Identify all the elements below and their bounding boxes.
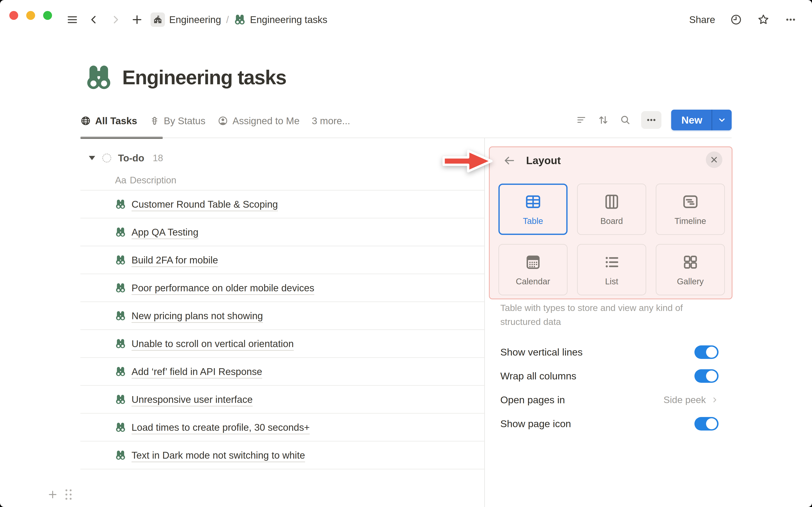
layout-option-board[interactable]: Board bbox=[577, 183, 646, 235]
views-bar: All Tasks By Status Assigned to Me 3 mor… bbox=[80, 106, 732, 138]
row-title[interactable]: App QA Testing bbox=[132, 226, 198, 238]
setting-open-pages-in[interactable]: Open pages in Side peek bbox=[500, 388, 718, 412]
chevron-right-icon bbox=[110, 14, 121, 25]
show-vertical-lines-toggle[interactable] bbox=[695, 345, 718, 359]
new-button[interactable]: New bbox=[671, 110, 712, 130]
table-row[interactable]: Unable to scroll on vertical orientation bbox=[80, 330, 484, 358]
ellipsis-icon bbox=[646, 114, 657, 126]
binoculars-icon bbox=[115, 227, 126, 238]
binoculars-icon bbox=[115, 199, 126, 210]
timeline-view-icon bbox=[681, 193, 700, 211]
drag-handle-icon[interactable] bbox=[64, 489, 73, 501]
new-dropdown-button[interactable] bbox=[712, 110, 732, 130]
back-button[interactable] bbox=[88, 13, 100, 26]
binoculars-icon bbox=[115, 450, 126, 461]
layout-option-list[interactable]: List bbox=[577, 244, 646, 295]
row-title[interactable]: Add ‘ref’ field in API Response bbox=[132, 366, 262, 377]
row-title[interactable]: Text in Dark mode not switching to white bbox=[132, 450, 305, 461]
group-count: 18 bbox=[153, 153, 163, 163]
binoculars-icon bbox=[234, 14, 246, 25]
binoculars-icon bbox=[115, 366, 126, 377]
binoculars-icon bbox=[115, 255, 126, 266]
layout-option-table[interactable]: Table bbox=[498, 183, 567, 235]
setting-show-vertical-lines: Show vertical lines bbox=[500, 340, 718, 364]
layout-option-label: Calendar bbox=[516, 277, 550, 286]
sort-icon[interactable] bbox=[597, 114, 609, 126]
table-view-icon bbox=[524, 193, 542, 211]
layout-option-gallery[interactable]: Gallery bbox=[656, 244, 725, 295]
layout-option-calendar[interactable]: Calendar bbox=[498, 244, 567, 295]
column-header-description[interactable]: Aa Description bbox=[80, 170, 484, 190]
breadcrumb-workspace[interactable]: Engineering bbox=[169, 14, 221, 25]
row-title[interactable]: New pricing plans not showing bbox=[132, 310, 263, 322]
layout-options-grid: Table Board Timeline Calendar bbox=[498, 183, 725, 295]
close-window-button[interactable] bbox=[9, 11, 18, 20]
show-page-icon-toggle[interactable] bbox=[695, 417, 718, 431]
row-title[interactable]: Unable to scroll on vertical orientation bbox=[132, 338, 294, 349]
filter-icon[interactable] bbox=[575, 114, 588, 126]
open-pages-in-value[interactable]: Side peek bbox=[664, 394, 718, 405]
tab-by-status[interactable]: By Status bbox=[150, 115, 206, 126]
row-title[interactable]: Customer Round Table & Scoping bbox=[132, 199, 278, 210]
row-title[interactable]: Load times to create profile, 30 seconds… bbox=[132, 421, 310, 433]
binoculars-icon bbox=[115, 422, 126, 433]
binoculars-icon bbox=[115, 282, 126, 293]
forward-button[interactable] bbox=[109, 13, 122, 26]
collapse-triangle-icon[interactable] bbox=[89, 156, 95, 160]
tab-label: 3 more... bbox=[312, 115, 350, 126]
table-row[interactable]: App QA Testing bbox=[80, 218, 484, 246]
person-icon bbox=[217, 116, 228, 126]
text-type-icon: Aa bbox=[115, 175, 126, 185]
row-title[interactable]: Build 2FA for mobile bbox=[132, 255, 218, 266]
star-icon[interactable] bbox=[757, 13, 770, 26]
list-view-icon bbox=[603, 253, 621, 271]
tab-more-views[interactable]: 3 more... bbox=[312, 115, 350, 126]
search-icon[interactable] bbox=[619, 114, 631, 126]
row-title[interactable]: Unresponsive user interface bbox=[132, 394, 253, 405]
table-row[interactable]: New pricing plans not showing bbox=[80, 302, 484, 330]
tab-assigned-to-me[interactable]: Assigned to Me bbox=[217, 115, 299, 126]
binoculars-icon bbox=[115, 310, 126, 321]
layout-panel-header: Layout bbox=[490, 147, 732, 176]
back-arrow-icon[interactable] bbox=[503, 154, 516, 167]
more-options-icon[interactable] bbox=[784, 13, 797, 26]
table-row[interactable]: Customer Round Table & Scoping bbox=[80, 190, 484, 218]
toggle-knob bbox=[706, 347, 717, 358]
table-row[interactable]: Build 2FA for mobile bbox=[80, 246, 484, 274]
layout-panel: Layout Table Board bbox=[489, 147, 732, 299]
share-button[interactable]: Share bbox=[689, 14, 715, 25]
minimize-window-button[interactable] bbox=[26, 11, 35, 20]
zoom-window-button[interactable] bbox=[43, 11, 52, 20]
add-row-icon[interactable] bbox=[47, 489, 58, 500]
group-header-todo[interactable]: To-do 18 bbox=[80, 146, 484, 170]
table-row[interactable]: Text in Dark mode not switching to white bbox=[80, 442, 484, 469]
close-panel-button[interactable] bbox=[706, 152, 722, 168]
todo-status-icon bbox=[102, 154, 111, 162]
window-controls bbox=[9, 11, 52, 20]
column-divider bbox=[484, 138, 485, 507]
page-title[interactable]: Engineering tasks bbox=[122, 66, 286, 89]
group-name: To-do bbox=[118, 152, 144, 164]
workspace-crumb-icon-box[interactable] bbox=[151, 12, 165, 27]
layout-option-label: Table bbox=[523, 216, 543, 226]
breadcrumb-separator: / bbox=[225, 14, 230, 25]
wrap-all-columns-toggle[interactable] bbox=[695, 369, 718, 383]
view-settings-button[interactable] bbox=[641, 111, 661, 129]
clock-icon[interactable] bbox=[730, 13, 742, 26]
page-binoculars-icon[interactable] bbox=[85, 63, 113, 92]
tab-all-tasks[interactable]: All Tasks bbox=[80, 115, 137, 126]
setting-label: Wrap all columns bbox=[500, 370, 576, 382]
row-title[interactable]: Poor performance on older mobile devices bbox=[132, 282, 314, 294]
table-row[interactable]: Load times to create profile, 30 seconds… bbox=[80, 414, 484, 442]
layout-settings: Show vertical lines Wrap all columns Ope… bbox=[500, 340, 718, 436]
sidebar-menu-button[interactable] bbox=[66, 13, 79, 26]
table-row[interactable]: Poor performance on older mobile devices bbox=[80, 274, 484, 302]
breadcrumb-page[interactable]: Engineering tasks bbox=[250, 14, 327, 25]
page-title-block: Engineering tasks bbox=[85, 63, 286, 92]
table-row[interactable]: Add ‘ref’ field in API Response bbox=[80, 358, 484, 386]
layout-option-timeline[interactable]: Timeline bbox=[656, 183, 725, 235]
new-page-button[interactable] bbox=[131, 13, 143, 26]
new-button-group: New bbox=[671, 110, 732, 130]
table-row[interactable]: Unresponsive user interface bbox=[80, 386, 484, 414]
binoculars-icon bbox=[115, 394, 126, 405]
